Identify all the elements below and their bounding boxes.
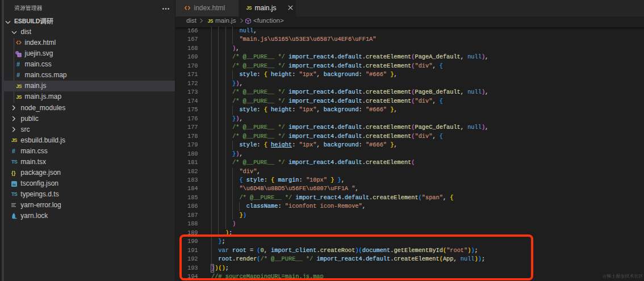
svg-text:ts: ts [12,182,16,186]
